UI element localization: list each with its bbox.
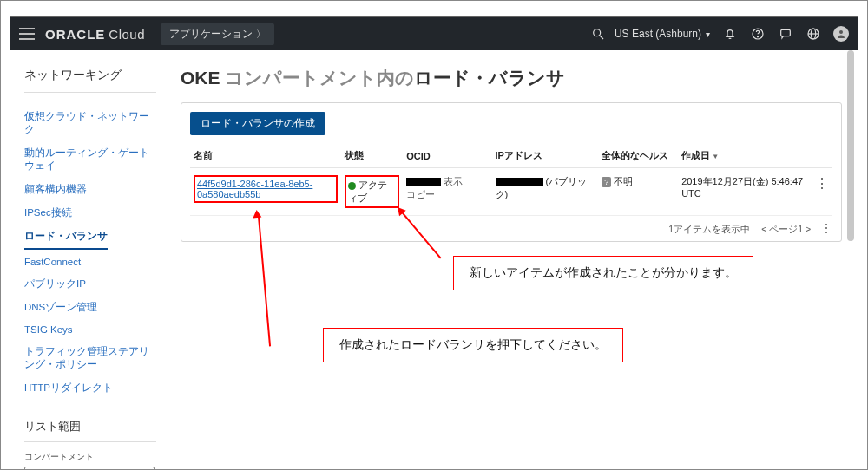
- load-balancer-panel: ロード・バランサの作成 名前 状態 OCID IPアドレス 全体的なヘルス 作成…: [181, 102, 842, 242]
- ocid-copy-link[interactable]: コピー: [406, 189, 435, 199]
- redacted-ip: [496, 178, 543, 186]
- help-icon[interactable]: [750, 26, 766, 42]
- user-avatar-icon[interactable]: [833, 26, 849, 42]
- globe-icon[interactable]: [806, 26, 821, 42]
- health-unknown-badge: ?: [602, 177, 611, 187]
- col-name[interactable]: 名前: [190, 144, 341, 168]
- applications-menu-label: アプリケーション: [169, 27, 253, 42]
- sidebar-title: ネットワーキング: [24, 68, 156, 93]
- region-label: US East (Ashburn): [615, 28, 701, 40]
- region-selector[interactable]: US East (Ashburn) ▾: [615, 28, 710, 40]
- load-balancer-name-link[interactable]: 44f5d9d1-286c-11ea-8eb5-0a580aedb55b: [197, 179, 312, 199]
- col-ocid[interactable]: OCID: [403, 144, 491, 168]
- svg-point-9: [839, 30, 843, 34]
- sidebar-item-dns-zone[interactable]: DNSゾーン管理: [24, 296, 156, 319]
- notification-bell-icon[interactable]: [722, 26, 738, 42]
- annotation-highlight-status: アクティブ: [345, 175, 400, 208]
- item-count: 1アイテムを表示中: [668, 224, 750, 234]
- page-title: OKE コンパートメント内のロード・バランサ: [181, 66, 842, 90]
- sidebar-item-ipsec[interactable]: IPSec接続: [24, 201, 156, 225]
- create-load-balancer-button[interactable]: ロード・バランサの作成: [190, 112, 326, 135]
- svg-point-0: [594, 29, 601, 36]
- sidebar-item-fastconnect[interactable]: FastConnect: [24, 251, 156, 272]
- footer-kebab-icon[interactable]: ⋮: [820, 221, 832, 235]
- row-actions-kebab-icon[interactable]: ⋮: [811, 168, 832, 216]
- ocid-show-link[interactable]: 表示: [444, 176, 463, 186]
- sidebar-item-public-ip[interactable]: パブリックIP: [24, 272, 156, 296]
- compartment-label: コンパートメント: [24, 451, 156, 463]
- hamburger-menu-icon[interactable]: [19, 28, 35, 40]
- health-text: 不明: [614, 176, 633, 186]
- list-scope-title: リスト範囲: [24, 419, 156, 442]
- chevron-right-icon: 〉: [256, 28, 266, 41]
- sidebar-item-cpe[interactable]: 顧客構内機器: [24, 178, 156, 201]
- status-active-dot-icon: [348, 182, 356, 190]
- pagination[interactable]: < ページ1 >: [761, 224, 811, 234]
- compartment-select[interactable]: OKE ▲▼: [24, 467, 155, 470]
- sidebar-item-traffic-steering[interactable]: トラフィック管理ステアリング・ポリシー: [24, 340, 155, 376]
- svg-rect-5: [781, 29, 791, 36]
- svg-line-1: [600, 36, 603, 39]
- applications-menu[interactable]: アプリケーション 〉: [161, 23, 274, 45]
- table-row: 44f5d9d1-286c-11ea-8eb5-0a580aedb55b アクテ…: [190, 168, 832, 216]
- col-ip[interactable]: IPアドレス: [492, 144, 599, 168]
- redacted-ocid: [406, 178, 441, 186]
- chat-icon[interactable]: [778, 26, 793, 42]
- sidebar-item-tsig-keys[interactable]: TSIG Keys: [24, 319, 156, 340]
- annotation-callout-1: 新しいアイテムが作成されたことが分かります。: [453, 256, 753, 290]
- svg-point-4: [757, 36, 758, 37]
- annotation-highlight-name: 44f5d9d1-286c-11ea-8eb5-0a580aedb55b: [194, 175, 338, 203]
- sidebar-item-http-redirect[interactable]: HTTPリダイレクト: [24, 376, 156, 400]
- annotation-arrowhead-2: [253, 210, 262, 219]
- sidebar-item-drg[interactable]: 動的ルーティング・ゲートウェイ: [24, 141, 156, 178]
- annotation-callout-2: 作成されたロードバランサを押下してください。: [323, 328, 623, 362]
- col-created[interactable]: 作成日: [678, 144, 811, 168]
- sidebar-item-load-balancer[interactable]: ロード・バランサ: [24, 225, 108, 250]
- brand-logo: ORACLECloud: [45, 27, 145, 42]
- sidebar-item-vcn[interactable]: 仮想クラウド・ネットワーク: [24, 105, 156, 141]
- col-health[interactable]: 全体的なヘルス: [598, 144, 678, 168]
- scrollbar-thumb[interactable]: [847, 50, 854, 241]
- search-icon[interactable]: [590, 26, 606, 42]
- created-date: 2019年12月27日(金) 5:46:47 UTC: [678, 168, 811, 216]
- col-status[interactable]: 状態: [341, 144, 404, 168]
- chevron-down-icon: ▾: [706, 29, 710, 39]
